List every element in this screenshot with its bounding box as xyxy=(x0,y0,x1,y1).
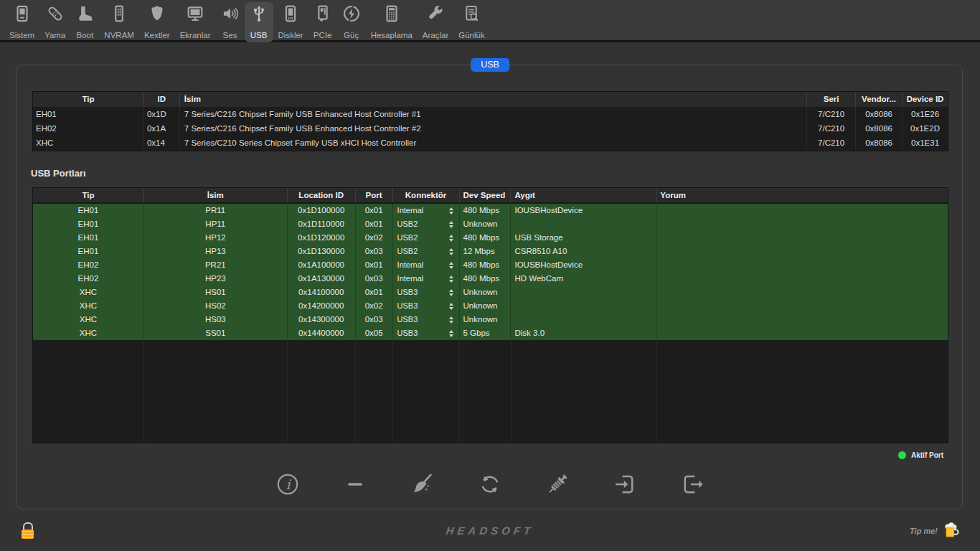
cell-port: 0x01 xyxy=(356,204,393,217)
cell-aygit: HD WebCam xyxy=(511,272,656,286)
toolbar-item-guc[interactable]: Güç xyxy=(337,2,366,42)
tab-usb[interactable]: USB xyxy=(471,58,509,72)
tip-me[interactable]: Tip me! xyxy=(910,522,960,540)
konnektor-dropdown[interactable]: USB3 xyxy=(393,286,460,299)
updown-stepper-icon[interactable] xyxy=(449,235,453,242)
updown-stepper-icon[interactable] xyxy=(449,330,453,337)
port-row[interactable]: EH01 HP13 0x1D130000 0x03 USB2 12 Mbps C… xyxy=(33,245,948,258)
column-header-location-id[interactable]: Location ID xyxy=(288,188,356,202)
toolbar-item-icon xyxy=(13,4,32,23)
action-button-icon xyxy=(612,471,638,497)
konnektor-value: Internal xyxy=(397,258,424,272)
column-header-tip[interactable]: Tip xyxy=(33,188,144,202)
toolbar-item-label: Hesaplama xyxy=(371,31,413,40)
cell-dev-speed: Unknown xyxy=(460,286,512,299)
konnektor-dropdown[interactable]: USB2 xyxy=(393,217,460,231)
action-button-import[interactable] xyxy=(611,471,639,498)
cell-aygit xyxy=(511,299,656,313)
column-header-dev-speed[interactable]: Dev Speed xyxy=(460,188,512,202)
controller-row[interactable]: EH01 0x1D 7 Series/C216 Chipset Family U… xyxy=(33,107,948,121)
toolbar-item-ses[interactable]: Ses xyxy=(216,2,245,42)
column-header-vendor[interactable]: Vendor... xyxy=(856,92,903,107)
updown-stepper-icon[interactable] xyxy=(449,276,453,283)
konnektor-dropdown[interactable]: USB3 xyxy=(393,326,460,340)
controller-row[interactable]: EH02 0x1A 7 Series/C216 Chipset Family U… xyxy=(33,121,948,136)
cell-aygit: USB Storage xyxy=(511,231,656,245)
cell-yorum xyxy=(656,272,948,286)
cell-dev-speed: 480 Mbps xyxy=(460,231,512,245)
column-header-seri[interactable]: Seri xyxy=(807,92,856,107)
toolbar-item-ekranlar[interactable]: Ekranlar xyxy=(175,2,216,42)
cell-dev-speed: 480 Mbps xyxy=(460,258,512,272)
usb-ports-title: USB Portları xyxy=(31,168,86,179)
updown-stepper-icon[interactable] xyxy=(449,289,453,296)
action-button-export[interactable] xyxy=(679,471,706,498)
updown-stepper-icon[interactable] xyxy=(449,248,453,255)
updown-stepper-icon[interactable] xyxy=(449,303,453,310)
port-row[interactable]: EH01 HP12 0x1D120000 0x02 USB2 480 Mbps … xyxy=(33,231,948,245)
port-row[interactable]: XHC HS02 0x14200000 0x02 USB3 Unknown xyxy=(33,299,948,313)
port-row[interactable]: XHC HS03 0x14300000 0x03 USB3 Unknown xyxy=(33,313,948,326)
port-row[interactable]: EH02 PR21 0x1A100000 0x01 Internal 480 M… xyxy=(33,258,948,272)
column-header-port[interactable]: Port xyxy=(356,188,393,202)
konnektor-dropdown[interactable]: USB2 xyxy=(393,231,460,245)
toolbar-item-label: Kextler xyxy=(144,31,170,40)
action-button-refresh[interactable] xyxy=(476,471,504,498)
controller-row[interactable]: XHC 0x14 7 Series/C210 Series Chipset Fa… xyxy=(33,136,948,150)
action-button-inject[interactable] xyxy=(544,471,571,498)
updown-stepper-icon[interactable] xyxy=(449,262,453,269)
konnektor-dropdown[interactable]: Internal xyxy=(393,204,460,217)
konnektor-value: USB2 xyxy=(397,245,418,258)
updown-stepper-icon[interactable] xyxy=(449,316,453,324)
toolbar-item-icon xyxy=(110,4,128,23)
toolbar-item-icon xyxy=(250,4,268,23)
column-header-id[interactable]: ID xyxy=(144,92,180,107)
cell-yorum xyxy=(656,231,948,245)
updown-stepper-icon[interactable] xyxy=(449,207,453,215)
port-row[interactable]: XHC SS01 0x14400000 0x05 USB3 5 Gbps Dis… xyxy=(33,326,948,340)
main-toolbar: Sistem Yama Boot NVRAM Kextler Ekranlar … xyxy=(0,0,980,42)
toolbar-item-usb[interactable]: USB xyxy=(245,2,273,42)
cell-isim: 7 Series/C216 Chipset Family USB Enhance… xyxy=(180,121,807,136)
column-header-konnektor[interactable]: Konnektör xyxy=(393,188,460,202)
toolbar-item-hesaplama[interactable]: Hesaplama xyxy=(366,2,418,42)
action-button-remove[interactable] xyxy=(341,471,369,498)
toolbar-item-sistem[interactable]: Sistem xyxy=(4,2,39,42)
port-row[interactable]: XHC HS01 0x14100000 0x01 USB3 Unknown xyxy=(33,286,948,299)
port-row[interactable]: EH01 PR11 0x1D100000 0x01 Internal 480 M… xyxy=(33,204,948,217)
konnektor-dropdown[interactable]: USB3 xyxy=(393,313,460,326)
port-row[interactable]: EH02 HP23 0x1A130000 0x03 Internal 480 M… xyxy=(33,272,948,286)
column-header-device-id[interactable]: Device ID xyxy=(903,92,948,107)
toolbar-item-icon xyxy=(462,4,481,23)
konnektor-dropdown[interactable]: Internal xyxy=(393,272,460,286)
cell-port: 0x01 xyxy=(356,286,393,299)
lock-icon[interactable] xyxy=(22,522,34,539)
toolbar-item-pcie[interactable]: PCIe xyxy=(308,2,337,42)
toolbar-item-gunluk[interactable]: Günlük xyxy=(453,2,489,42)
cell-device-id: 0x1E26 xyxy=(903,107,948,121)
toolbar-item-label: Ekranlar xyxy=(180,31,211,40)
updown-stepper-icon[interactable] xyxy=(449,221,453,228)
konnektor-dropdown[interactable]: Internal xyxy=(393,258,460,272)
column-header-isim[interactable]: İsim xyxy=(144,188,288,202)
cell-vendor: 0x8086 xyxy=(856,107,903,121)
toolbar-item-nvram[interactable]: NVRAM xyxy=(99,2,139,42)
column-header-tip[interactable]: Tip xyxy=(33,92,144,107)
toolbar-item-araclar[interactable]: Araçlar xyxy=(418,2,453,42)
toolbar-item-boot[interactable]: Boot xyxy=(70,2,99,42)
toolbar-item-diskler[interactable]: Diskler xyxy=(273,2,308,42)
action-button-clean[interactable] xyxy=(409,471,436,498)
cell-port: 0x05 xyxy=(356,326,393,340)
toolbar-item-yama[interactable]: Yama xyxy=(39,2,70,42)
port-row[interactable]: EH01 HP11 0x1D110000 0x01 USB2 Unknown xyxy=(33,217,948,231)
column-header-isim[interactable]: İsim xyxy=(180,92,807,107)
column-header-yorum[interactable]: Yorum xyxy=(656,188,948,202)
toolbar-item-kextler[interactable]: Kextler xyxy=(139,2,175,42)
action-button-info[interactable] xyxy=(274,471,301,498)
konnektor-dropdown[interactable]: USB2 xyxy=(393,245,460,258)
toolbar-item-label: PCIe xyxy=(314,31,332,40)
cell-port: 0x01 xyxy=(356,258,393,272)
toolbar-item-icon xyxy=(426,4,445,23)
column-header-aygit[interactable]: Aygıt xyxy=(511,188,656,202)
konnektor-dropdown[interactable]: USB3 xyxy=(393,299,460,313)
